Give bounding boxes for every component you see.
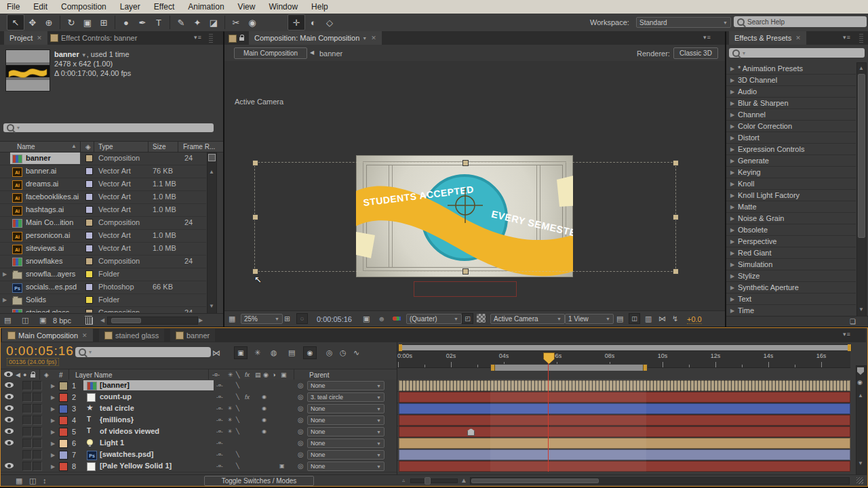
expand-icon[interactable]: ▶ (730, 204, 734, 210)
breadcrumb-main-composition[interactable]: Main Composition (234, 47, 307, 59)
safe-margins-icon[interactable]: ⊞ (284, 315, 290, 323)
toggle-switches-modes-button[interactable]: Toggle Switches / Modes (204, 476, 314, 486)
effects-category[interactable]: ▶Blur & Sharpen (726, 97, 856, 109)
solo-toggle[interactable] (33, 450, 42, 460)
effects-category[interactable]: ▶Stylize (726, 270, 856, 282)
comp-viewport[interactable]: Active Camera STUDENTS ACCEPTED EVERY SE… (224, 61, 725, 310)
panel-menu-icon[interactable]: ▾≡ (703, 34, 711, 41)
quality-switch[interactable]: ╲ (236, 463, 239, 469)
brainstorm-icon[interactable]: ◎ (326, 349, 333, 357)
quality-switch[interactable]: ╲ (236, 405, 239, 411)
col-layer-name[interactable]: Layer Name (75, 371, 112, 379)
project-row[interactable]: Pssocials...es.psdPhotoshop66 KB (0, 281, 206, 294)
label-column-icon[interactable]: ◈ (85, 143, 91, 150)
zoom-in-mountain-icon[interactable]: ▲ (460, 477, 467, 484)
project-row[interactable]: Main Co...itionComposition24 (0, 216, 206, 230)
timeline-icon[interactable]: ▥ (645, 315, 652, 323)
col-number[interactable]: # (59, 371, 63, 379)
label-swatch[interactable] (85, 155, 93, 162)
view-layout-dropdown[interactable]: 1 View▼ (565, 314, 614, 324)
expand-layers-icon[interactable]: ▦ (16, 477, 22, 485)
label-swatch[interactable] (85, 270, 93, 278)
help-search-input[interactable]: Search Help (734, 16, 867, 27)
expand-icon[interactable]: ▶ (730, 66, 734, 72)
solo-toggle[interactable] (33, 392, 42, 402)
expand-icon[interactable]: ▶ (51, 394, 55, 401)
parent-dropdown[interactable]: None▼ (307, 462, 384, 471)
effects-category[interactable]: ▶* Animation Presets (726, 62, 856, 75)
panel-grip[interactable] (859, 33, 863, 43)
panel-menu-icon[interactable]: ▾≡ (843, 34, 851, 41)
expand-icon[interactable]: ▶ (730, 146, 734, 152)
zoom-out-mountain-icon[interactable]: ▵ (402, 478, 405, 483)
scroll-down-icon[interactable]: ▼ (858, 461, 863, 466)
layer-row[interactable]: ▶5Tof videos viewed-¤-✳╲◉◎None▼ (1, 426, 397, 438)
solo-toggle[interactable] (33, 427, 42, 436)
parent-pickwhip-icon[interactable]: ◎ (298, 405, 304, 412)
timeline-tab-main-composition[interactable]: Main Composition✕ (2, 329, 93, 342)
close-icon[interactable]: ✕ (82, 332, 87, 339)
parent-dropdown[interactable]: None▼ (307, 427, 384, 436)
navigator-end-handle[interactable] (848, 344, 851, 351)
interpret-footage-icon[interactable]: ▤ (4, 317, 11, 324)
expand-icon[interactable]: ▶ (730, 227, 734, 233)
world-axis-mode[interactable]: ◐ (305, 15, 321, 30)
parent-pickwhip-icon[interactable]: ◎ (298, 382, 304, 389)
solo-toggle[interactable] (33, 404, 42, 413)
timeline-timecode[interactable]: 0:00:05:16 (6, 344, 74, 359)
grid-guides-icon[interactable]: ▤ (616, 315, 623, 323)
effects-category[interactable]: ▶Red Giant (726, 247, 856, 259)
label-swatch[interactable] (85, 219, 93, 226)
pan-behind-tool[interactable]: ⊞ (96, 15, 112, 30)
local-axis-mode[interactable]: ✛ (288, 14, 305, 30)
cube-switch[interactable]: ▣ (279, 463, 285, 469)
exposure-value[interactable]: +0.0 (687, 315, 702, 324)
menu-composition[interactable]: Composition (54, 2, 113, 12)
audio-toggle[interactable] (22, 415, 32, 425)
solo-toggle[interactable] (33, 439, 42, 448)
expand-icon[interactable]: ▶ (730, 262, 734, 268)
col-parent[interactable]: Parent (309, 371, 329, 379)
expand-icon[interactable]: ▶ (730, 100, 734, 106)
menu-effect[interactable]: Effect (147, 2, 181, 12)
quality-switch[interactable]: ╲ (236, 394, 239, 400)
anchor-switch[interactable]: -¤- (216, 394, 223, 400)
expand-modes-icon[interactable]: ◫ (29, 477, 36, 485)
label-swatch[interactable] (59, 462, 68, 471)
solo-toggle[interactable] (33, 415, 42, 425)
visibility-eye-icon[interactable] (5, 417, 14, 422)
effects-category[interactable]: ▶3D Channel (726, 74, 856, 86)
workspace-dropdown[interactable]: Standard▼ (636, 17, 731, 28)
selection-handle[interactable] (462, 268, 469, 274)
project-row[interactable]: stained glassComposition24 (0, 306, 206, 312)
expand-icon[interactable]: ▶ (51, 464, 55, 470)
expand-icon[interactable]: ▶ (730, 239, 734, 245)
zoom-slider-thumb[interactable] (425, 477, 431, 485)
roto-brush-tool[interactable]: ✂ (228, 15, 244, 30)
comp-mini-flowchart-icon[interactable]: ⋈ (212, 349, 220, 357)
expand-icon[interactable]: ▶ (730, 192, 734, 199)
label-swatch[interactable] (85, 309, 93, 312)
chevron-down-icon[interactable]: ▼ (362, 36, 367, 41)
type-tool[interactable]: T (151, 15, 167, 30)
effects-category[interactable]: ▶Keying (726, 166, 856, 178)
close-icon[interactable]: ✕ (371, 35, 376, 41)
anchor-switch[interactable]: -¤- (216, 382, 223, 388)
quality-switch[interactable]: ╲ (236, 417, 239, 423)
scroll-up-icon[interactable]: ▲ (209, 169, 214, 175)
transparency-grid-icon[interactable] (477, 314, 486, 323)
project-scrollbar[interactable] (207, 152, 217, 314)
frame-blend-icon[interactable]: ▤ (288, 349, 295, 357)
anchor-switch[interactable]: -¤- (216, 417, 223, 423)
sun-switch[interactable]: ✳ (228, 428, 233, 434)
target-region-icon[interactable]: ◰ (462, 313, 473, 324)
visibility-eye-icon[interactable] (5, 440, 14, 445)
lock-column-icon[interactable] (31, 374, 35, 378)
timeline-tab-stained-glass[interactable]: stained glass (99, 329, 164, 342)
project-search-input[interactable]: ▾ (3, 123, 214, 132)
draft3d-icon[interactable]: ✳ (254, 349, 260, 357)
show-snapshot-icon[interactable]: ☻ (378, 315, 386, 323)
parent-dropdown[interactable]: 3. teal circle▼ (307, 392, 384, 402)
solo-column-icon[interactable]: ● (23, 371, 26, 378)
sort-asc-icon[interactable]: ▲ (71, 143, 77, 149)
